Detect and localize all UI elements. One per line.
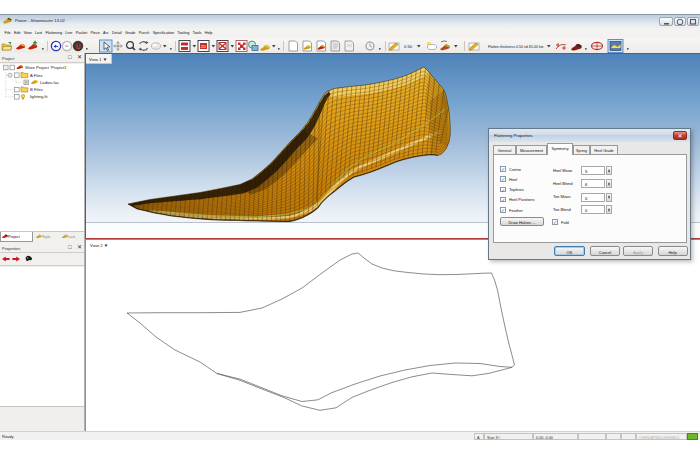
svg-text:B Files: B Files [30, 87, 43, 92]
svg-text:Shoe Project 'Project1': Shoe Project 'Project1' [25, 65, 67, 70]
svg-text:Ladies.las: Ladies.las [40, 80, 59, 85]
svg-text:A Files: A Files [30, 73, 43, 78]
svg-text:U: U [76, 43, 81, 50]
svg-text:Flatten thickness 0.50 vd 65: Flatten thickness 0.50 vd 65.00 hw [488, 45, 544, 49]
svg-text:lighting.lit: lighting.lit [30, 94, 48, 99]
svg-text:2D: 2D [201, 44, 206, 49]
svg-text:0.50: 0.50 [404, 44, 413, 49]
